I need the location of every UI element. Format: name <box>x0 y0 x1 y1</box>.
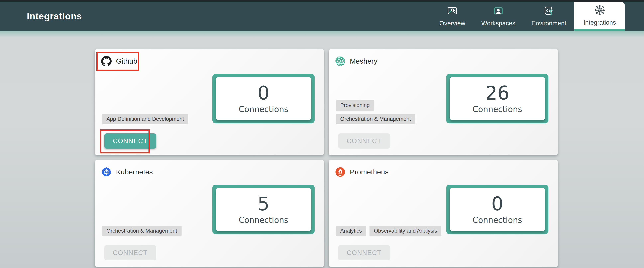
tab-overview-label: Overview <box>440 20 465 27</box>
connect-button[interactable]: CONNECT <box>338 245 390 261</box>
connections-box: 26 Connections <box>446 74 548 124</box>
category-chip: App Definition and Development <box>102 114 188 125</box>
connect-button[interactable]: CONNECT <box>338 134 390 149</box>
card-header: Kubernetes <box>101 167 153 177</box>
kubernetes-logo-icon <box>101 167 112 177</box>
top-nav: Overview Workspaces Envir <box>432 1 625 31</box>
tab-workspaces-label: Workspaces <box>481 20 515 27</box>
window-top-strip <box>0 0 644 1</box>
github-logo-icon <box>101 56 112 66</box>
card-header: Meshery <box>335 56 378 66</box>
card-header: Github <box>101 56 137 66</box>
category-chip: Orchestration & Management <box>102 226 182 236</box>
category-chips: Provisioning Orchestration & Management <box>336 100 415 125</box>
connect-button[interactable]: CONNECT <box>104 245 156 261</box>
header-glow <box>0 31 644 38</box>
connect-button[interactable]: CONNECT <box>104 134 156 149</box>
category-chips: Orchestration & Management <box>102 226 182 236</box>
connections-count: 0 <box>258 83 270 103</box>
tab-workspaces[interactable]: Workspaces <box>473 1 524 31</box>
category-chip: Observability and Analysis <box>370 226 442 236</box>
tab-overview[interactable]: Overview <box>432 1 473 31</box>
connections-label: Connections <box>472 215 522 225</box>
overview-icon <box>447 5 458 17</box>
category-chip: Analytics <box>336 226 366 236</box>
meshery-logo-icon <box>335 56 346 66</box>
card-header: Prometheus <box>335 167 389 177</box>
tab-environment[interactable]: Environment <box>524 1 574 31</box>
category-chips: App Definition and Development <box>102 114 188 125</box>
app-header: Integrations Overview <box>0 0 644 31</box>
environment-icon <box>543 5 554 17</box>
connections-box: 0 Connections <box>212 74 314 124</box>
integrations-icon <box>594 4 605 16</box>
card-title: Github <box>116 57 137 65</box>
prometheus-logo-icon <box>335 167 346 177</box>
connections-count: 0 <box>491 194 503 214</box>
category-chip: Orchestration & Management <box>336 114 415 125</box>
category-chip: Provisioning <box>336 100 374 111</box>
card-title: Kubernetes <box>116 168 153 176</box>
integration-card-meshery: Meshery 26 Connections Provisioning Orch… <box>328 49 558 155</box>
connections-label: Connections <box>472 105 522 114</box>
connections-count: 26 <box>485 83 509 103</box>
integration-card-github: Github 0 Connections App Definition and … <box>95 49 324 155</box>
connections-label: Connections <box>239 215 288 225</box>
connections-label: Connections <box>239 105 288 114</box>
integration-card-prometheus: Prometheus 0 Connections Analytics Obser… <box>328 160 558 267</box>
tab-integrations-label: Integrations <box>584 19 616 26</box>
card-title: Meshery <box>350 57 378 65</box>
category-chips: Analytics Observability and Analysis <box>336 226 442 236</box>
workspaces-icon <box>493 5 504 17</box>
connections-count: 5 <box>258 194 270 214</box>
card-title: Prometheus <box>350 168 389 176</box>
page-title: Integrations <box>27 11 82 22</box>
tab-integrations[interactable]: Integrations <box>574 1 625 31</box>
tab-environment-label: Environment <box>532 20 566 27</box>
integration-card-kubernetes: Kubernetes 5 Connections Orchestration &… <box>95 160 324 267</box>
connections-box: 0 Connections <box>446 185 548 234</box>
connections-box: 5 Connections <box>212 185 314 234</box>
